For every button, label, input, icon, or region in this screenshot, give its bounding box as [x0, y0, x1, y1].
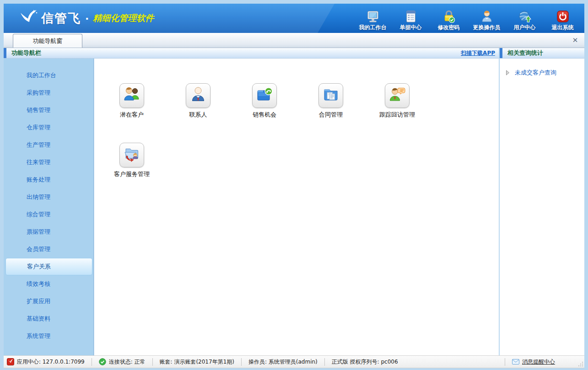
stats-query-item[interactable]: 未成交客户查询: [500, 66, 584, 79]
sidebar-item[interactable]: 账务处理: [4, 171, 93, 188]
message-center-link[interactable]: 消息提醒中心: [522, 358, 555, 366]
follow-up-icon: [388, 86, 406, 106]
sidebar-item-label: 会员管理: [27, 245, 50, 253]
toolbar-item[interactable]: 单据中心: [392, 10, 430, 32]
sidebar-item[interactable]: 综合管理: [4, 206, 93, 223]
toolbar-item[interactable]: 修改密码: [430, 10, 468, 32]
toolbar-item[interactable]: 退出系统: [544, 10, 582, 32]
toolbar-item-label: 用户中心: [514, 24, 536, 32]
tab-label: 功能导航窗: [33, 37, 63, 45]
resize-grip-icon[interactable]: [578, 361, 583, 367]
header-accent-bar: [500, 48, 502, 58]
close-icon[interactable]: ✕: [571, 36, 580, 45]
document-list-icon: [404, 10, 418, 23]
globe-arrow-icon: [518, 10, 532, 23]
envelope-icon: [512, 358, 519, 365]
shortcut-item[interactable]: 合同管理: [313, 83, 349, 119]
potential-customers-icon: [123, 86, 141, 106]
sidebar-item-label: 客户关系: [27, 263, 51, 271]
sidebar-item[interactable]: 绩效考核: [4, 275, 93, 293]
sidebar: 我的工作台 采购管理 销售管理 仓库管理 生产管理 往来管理 账务处理: [4, 59, 94, 355]
toolbar-item[interactable]: 更换操作员: [468, 10, 506, 32]
app-center-icon: [7, 358, 14, 365]
shortcut-label: 跟踪回访管理: [379, 111, 415, 119]
nav-panel-title: 功能导航栏: [11, 49, 41, 57]
power-icon: [556, 10, 570, 23]
sidebar-item[interactable]: 我的工作台: [4, 67, 93, 84]
brand-name: 信管飞: [41, 10, 81, 27]
lock-check-icon: [442, 10, 456, 23]
shortcut-item[interactable]: 潜在客户: [113, 83, 150, 119]
operator-icon: [480, 10, 494, 23]
sidebar-item[interactable]: 票据管理: [4, 223, 93, 241]
header-accent-bar: [4, 48, 6, 58]
contract-icon: [322, 86, 340, 106]
shortcut-grid: 潜在客户 联系人 销售机会 合同管理: [113, 83, 480, 202]
shortcut-label: 潜在客户: [120, 111, 144, 119]
monitor-icon: [366, 10, 380, 23]
sidebar-item[interactable]: 销售管理: [4, 102, 93, 119]
sidebar-item[interactable]: 仓库管理: [4, 119, 93, 136]
customer-service-icon: [123, 145, 141, 165]
toolbar-item-label: 修改密码: [438, 24, 460, 32]
status-license: 正式版 授权序列号: pc006: [324, 358, 405, 366]
shortcut-item[interactable]: 联系人: [180, 83, 216, 119]
sidebar-item-label: 采购管理: [27, 89, 50, 97]
toolbar-item-label: 我的工作台: [359, 24, 387, 32]
shortcut-label: 客户服务管理: [114, 170, 150, 178]
brand-tagline: 精细化管理软件: [93, 12, 154, 24]
header-toolbar: 我的工作台 单据中心 修改密码 更换操作员: [354, 10, 582, 32]
stats-panel-title: 相关查询统计: [507, 49, 543, 57]
sidebar-item[interactable]: 采购管理: [4, 84, 93, 102]
sidebar-item[interactable]: 往来管理: [4, 154, 93, 171]
sidebar-item-label: 综合管理: [27, 210, 50, 219]
sidebar-item-label: 仓库管理: [27, 123, 50, 132]
shortcut-item[interactable]: 客户服务管理: [113, 143, 150, 178]
stats-panel: 未成交客户查询: [500, 59, 584, 355]
sidebar-item[interactable]: 会员管理: [4, 241, 93, 258]
sidebar-item[interactable]: 出纳管理: [4, 188, 93, 206]
brand-separator: ·: [85, 13, 89, 24]
nav-panel-header: 功能导航栏 扫描下载APP: [4, 48, 499, 59]
sidebar-item[interactable]: 基础资料: [4, 310, 93, 327]
status-license-text: 正式版 授权序列号: pc006: [332, 358, 398, 366]
triangle-icon: [506, 70, 510, 75]
sidebar-item-label: 我的工作台: [27, 71, 56, 80]
toolbar-item[interactable]: 我的工作台: [354, 10, 392, 32]
status-account-text: 账套: 演示账套(2017年第1期): [160, 358, 234, 366]
sidebar-item-label: 绩效考核: [27, 280, 50, 288]
status-operator-text: 操作员: 系统管理员(admin): [248, 358, 318, 366]
sidebar-item[interactable]: 客户关系: [5, 258, 92, 275]
status-app-center-text: 应用中心: 127.0.0.1:7099: [17, 358, 85, 366]
status-bar: 应用中心: 127.0.0.1:7099 连接状态: 正常 账套: 演示账套(2…: [4, 355, 584, 368]
sidebar-item-label: 出纳管理: [27, 193, 50, 201]
toolbar-item-label: 单据中心: [400, 24, 422, 32]
sales-opportunity-icon: [255, 86, 274, 106]
status-account: 账套: 演示账套(2017年第1期): [152, 358, 241, 366]
toolbar-item-label: 退出系统: [552, 24, 574, 32]
app-window: 信管飞 · 精细化管理软件 我的工作台 单据中心 修改密码: [0, 0, 588, 370]
connection-ok-icon: [99, 358, 106, 365]
toolbar-item[interactable]: 用户中心: [506, 10, 544, 32]
download-app-link[interactable]: 扫描下载APP: [461, 49, 495, 57]
sidebar-item-label: 往来管理: [27, 158, 50, 166]
status-connection: 连接状态: 正常: [92, 358, 152, 366]
toolbar-item-label: 更换操作员: [473, 24, 501, 32]
contacts-icon: [189, 86, 207, 106]
sidebar-item[interactable]: 系统管理: [4, 327, 93, 345]
sidebar-item-label: 销售管理: [27, 106, 50, 114]
title-bar: 信管飞 · 精细化管理软件 我的工作台 单据中心 修改密码: [4, 4, 584, 33]
shortcut-item[interactable]: 跟踪回访管理: [379, 83, 415, 119]
sidebar-item-label: 账务处理: [27, 176, 50, 184]
shortcut-label: 合同管理: [319, 111, 343, 119]
sidebar-item-label: 票据管理: [27, 228, 50, 236]
stats-panel-header: 相关查询统计: [500, 48, 584, 59]
sidebar-item[interactable]: 生产管理: [4, 136, 93, 154]
shortcut-item[interactable]: 销售机会: [246, 83, 283, 119]
tab-function-navigation[interactable]: 功能导航窗: [13, 34, 82, 48]
shortcut-label: 联系人: [189, 111, 207, 119]
sidebar-item[interactable]: 扩展应用: [4, 293, 93, 310]
brand: 信管飞 · 精细化管理软件: [17, 8, 154, 28]
sidebar-item-label: 系统管理: [27, 332, 50, 340]
shortcut-label: 销售机会: [253, 111, 276, 119]
